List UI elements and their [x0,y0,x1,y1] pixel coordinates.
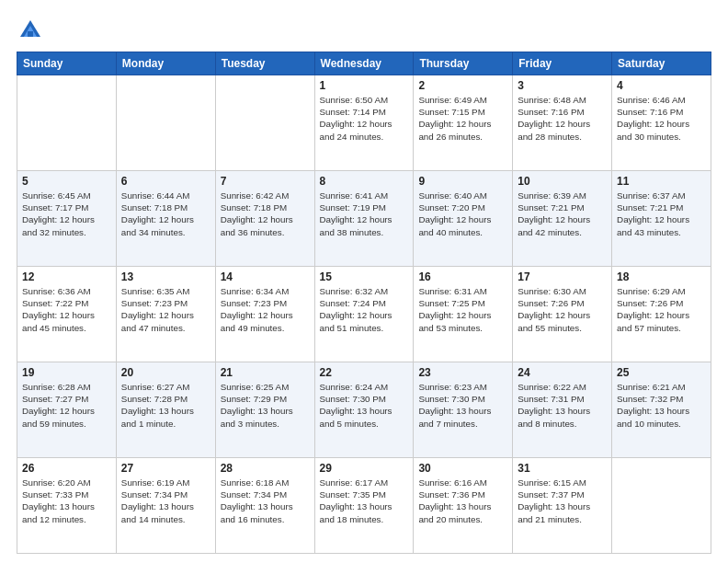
day-number: 25 [617,366,706,379]
day-number: 8 [320,175,409,188]
day-number: 5 [22,175,111,188]
day-number: 15 [320,270,409,283]
calendar-cell: 27Sunrise: 6:19 AM Sunset: 7:34 PM Dayli… [116,458,215,554]
day-info: Sunrise: 6:50 AM Sunset: 7:14 PM Dayligh… [320,94,409,143]
day-number: 6 [121,175,210,188]
day-info: Sunrise: 6:39 AM Sunset: 7:21 PM Dayligh… [518,190,607,238]
day-number: 24 [518,366,607,379]
calendar-cell: 15Sunrise: 6:32 AM Sunset: 7:24 PM Dayli… [314,267,414,362]
day-info: Sunrise: 6:27 AM Sunset: 7:28 PM Dayligh… [121,381,210,430]
day-number: 7 [221,175,310,188]
calendar-cell: 2Sunrise: 6:49 AM Sunset: 7:15 PM Daylig… [414,75,513,171]
day-info: Sunrise: 6:48 AM Sunset: 7:16 PM Dayligh… [518,94,607,143]
calendar-cell: 19Sunrise: 6:28 AM Sunset: 7:27 PM Dayli… [17,362,117,458]
calendar-cell: 18Sunrise: 6:29 AM Sunset: 7:26 PM Dayli… [612,267,711,362]
day-info: Sunrise: 6:28 AM Sunset: 7:27 PM Dayligh… [22,381,111,430]
calendar-cell [17,75,117,171]
weekday-header-saturday: Saturday [612,52,711,75]
day-info: Sunrise: 6:45 AM Sunset: 7:17 PM Dayligh… [22,190,111,238]
day-number: 13 [121,270,210,283]
calendar-cell: 21Sunrise: 6:25 AM Sunset: 7:29 PM Dayli… [215,362,314,458]
day-number: 19 [22,366,111,379]
day-info: Sunrise: 6:22 AM Sunset: 7:31 PM Dayligh… [518,381,607,430]
day-number: 9 [418,175,507,188]
calendar-cell: 23Sunrise: 6:23 AM Sunset: 7:30 PM Dayli… [414,362,513,458]
day-number: 22 [320,366,409,379]
day-number: 16 [418,270,507,283]
day-info: Sunrise: 6:29 AM Sunset: 7:26 PM Dayligh… [617,285,706,334]
day-number: 27 [121,462,210,475]
svg-rect-2 [28,31,33,37]
calendar-cell: 8Sunrise: 6:41 AM Sunset: 7:19 PM Daylig… [314,171,414,267]
page: SundayMondayTuesdayWednesdayThursdayFrid… [0,0,728,563]
day-info: Sunrise: 6:18 AM Sunset: 7:34 PM Dayligh… [221,477,310,525]
day-info: Sunrise: 6:35 AM Sunset: 7:23 PM Dayligh… [121,285,210,334]
calendar-cell: 28Sunrise: 6:18 AM Sunset: 7:34 PM Dayli… [215,458,314,554]
header [17,17,711,44]
calendar-cell [215,75,314,171]
day-number: 30 [418,462,507,475]
day-number: 11 [617,175,706,188]
week-row-5: 26Sunrise: 6:20 AM Sunset: 7:33 PM Dayli… [17,458,711,554]
calendar-cell: 9Sunrise: 6:40 AM Sunset: 7:20 PM Daylig… [414,171,513,267]
calendar-cell: 24Sunrise: 6:22 AM Sunset: 7:31 PM Dayli… [513,362,612,458]
calendar-cell: 11Sunrise: 6:37 AM Sunset: 7:21 PM Dayli… [612,171,711,267]
calendar-cell: 22Sunrise: 6:24 AM Sunset: 7:30 PM Dayli… [314,362,414,458]
calendar-cell [116,75,215,171]
day-number: 20 [121,366,210,379]
calendar-cell: 25Sunrise: 6:21 AM Sunset: 7:32 PM Dayli… [612,362,711,458]
calendar-cell: 26Sunrise: 6:20 AM Sunset: 7:33 PM Dayli… [17,458,117,554]
day-number: 12 [22,270,111,283]
day-info: Sunrise: 6:25 AM Sunset: 7:29 PM Dayligh… [221,381,310,430]
calendar-cell: 14Sunrise: 6:34 AM Sunset: 7:23 PM Dayli… [215,267,314,362]
logo-icon [17,17,44,44]
calendar-cell: 29Sunrise: 6:17 AM Sunset: 7:35 PM Dayli… [314,458,414,554]
day-number: 18 [617,270,706,283]
calendar-cell: 20Sunrise: 6:27 AM Sunset: 7:28 PM Dayli… [116,362,215,458]
calendar-cell: 6Sunrise: 6:44 AM Sunset: 7:18 PM Daylig… [116,171,215,267]
calendar-cell: 5Sunrise: 6:45 AM Sunset: 7:17 PM Daylig… [17,171,117,267]
day-info: Sunrise: 6:49 AM Sunset: 7:15 PM Dayligh… [418,94,507,143]
day-number: 28 [221,462,310,475]
day-info: Sunrise: 6:30 AM Sunset: 7:26 PM Dayligh… [518,285,607,334]
day-info: Sunrise: 6:46 AM Sunset: 7:16 PM Dayligh… [617,94,706,143]
day-info: Sunrise: 6:44 AM Sunset: 7:18 PM Dayligh… [121,190,210,238]
day-info: Sunrise: 6:42 AM Sunset: 7:18 PM Dayligh… [221,190,310,238]
calendar-cell: 17Sunrise: 6:30 AM Sunset: 7:26 PM Dayli… [513,267,612,362]
day-number: 21 [221,366,310,379]
calendar-cell: 30Sunrise: 6:16 AM Sunset: 7:36 PM Dayli… [414,458,513,554]
week-row-4: 19Sunrise: 6:28 AM Sunset: 7:27 PM Dayli… [17,362,711,458]
day-number: 29 [320,462,409,475]
day-info: Sunrise: 6:24 AM Sunset: 7:30 PM Dayligh… [320,381,409,430]
day-info: Sunrise: 6:31 AM Sunset: 7:25 PM Dayligh… [418,285,507,334]
calendar-table: SundayMondayTuesdayWednesdayThursdayFrid… [17,52,711,554]
calendar-cell: 13Sunrise: 6:35 AM Sunset: 7:23 PM Dayli… [116,267,215,362]
weekday-header-sunday: Sunday [17,52,117,75]
week-row-1: 1Sunrise: 6:50 AM Sunset: 7:14 PM Daylig… [17,75,711,171]
week-row-2: 5Sunrise: 6:45 AM Sunset: 7:17 PM Daylig… [17,171,711,267]
day-number: 1 [320,79,409,92]
weekday-header-friday: Friday [513,52,612,75]
day-number: 4 [617,79,706,92]
calendar-cell: 31Sunrise: 6:15 AM Sunset: 7:37 PM Dayli… [513,458,612,554]
calendar-cell: 3Sunrise: 6:48 AM Sunset: 7:16 PM Daylig… [513,75,612,171]
calendar-cell: 10Sunrise: 6:39 AM Sunset: 7:21 PM Dayli… [513,171,612,267]
day-number: 10 [518,175,607,188]
calendar-cell: 4Sunrise: 6:46 AM Sunset: 7:16 PM Daylig… [612,75,711,171]
weekday-header-thursday: Thursday [414,52,513,75]
calendar-cell: 1Sunrise: 6:50 AM Sunset: 7:14 PM Daylig… [314,75,414,171]
day-info: Sunrise: 6:21 AM Sunset: 7:32 PM Dayligh… [617,381,706,430]
day-info: Sunrise: 6:17 AM Sunset: 7:35 PM Dayligh… [320,477,409,525]
week-row-3: 12Sunrise: 6:36 AM Sunset: 7:22 PM Dayli… [17,267,711,362]
day-number: 23 [418,366,507,379]
weekday-header-monday: Monday [116,52,215,75]
day-info: Sunrise: 6:37 AM Sunset: 7:21 PM Dayligh… [617,190,706,238]
day-info: Sunrise: 6:40 AM Sunset: 7:20 PM Dayligh… [418,190,507,238]
day-info: Sunrise: 6:19 AM Sunset: 7:34 PM Dayligh… [121,477,210,525]
day-info: Sunrise: 6:34 AM Sunset: 7:23 PM Dayligh… [221,285,310,334]
day-number: 3 [518,79,607,92]
weekday-header-row: SundayMondayTuesdayWednesdayThursdayFrid… [17,52,711,75]
day-number: 2 [418,79,507,92]
day-number: 17 [518,270,607,283]
weekday-header-wednesday: Wednesday [314,52,414,75]
